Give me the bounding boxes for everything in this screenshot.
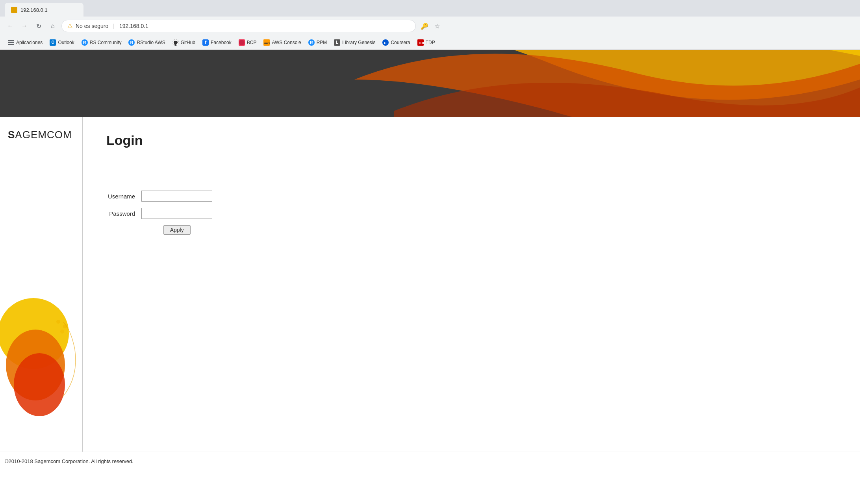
url-separator: | xyxy=(113,23,115,29)
library-genesis-icon: L xyxy=(334,39,340,46)
password-row: Password xyxy=(106,205,214,222)
outlook-icon: O xyxy=(50,39,56,46)
forward-button[interactable]: → xyxy=(19,20,30,32)
banner xyxy=(0,50,860,117)
svg-point-9 xyxy=(239,40,245,45)
svg-rect-7 xyxy=(10,44,12,45)
reload-button[interactable]: ↻ xyxy=(33,20,44,32)
username-input[interactable] xyxy=(141,191,212,202)
username-label: Username xyxy=(106,187,140,205)
bookmark-rs-community-label: RS Community xyxy=(90,40,122,45)
aws-console-icon: aws xyxy=(263,39,270,46)
bcp-icon xyxy=(239,39,245,46)
apply-button[interactable]: Apply xyxy=(163,225,191,235)
bookmark-facebook[interactable]: f Facebook xyxy=(199,38,235,47)
password-label: Password xyxy=(106,205,140,222)
security-warning-icon: ⚠ xyxy=(67,22,72,30)
bookmark-rstudio-aws-label: RStudio AWS xyxy=(137,40,165,45)
bookmark-facebook-label: Facebook xyxy=(211,40,232,45)
sagemcom-logo-text: Sagemcom xyxy=(8,129,72,141)
page-content: Sagemcom xyxy=(0,50,860,471)
star-icon[interactable]: ☆ xyxy=(432,20,443,32)
sagemcom-logo: Sagemcom xyxy=(8,129,74,141)
rs-community-icon: R xyxy=(82,39,88,46)
svg-text:aws: aws xyxy=(264,41,270,45)
coursera-icon: C xyxy=(382,39,389,46)
key-icon[interactable]: 🔑 xyxy=(419,20,430,32)
sidebar-brand-illustration xyxy=(0,278,83,428)
main-layout: Sagemcom xyxy=(0,117,860,452)
bookmark-tdp[interactable]: TDP TDP xyxy=(414,38,438,47)
svg-rect-3 xyxy=(8,42,10,43)
bookmark-outlook-label: Outlook xyxy=(58,40,74,45)
svg-rect-8 xyxy=(12,44,14,45)
bookmarks-bar: Aplicaciones O Outlook R RS Community R … xyxy=(0,35,860,50)
svg-rect-2 xyxy=(12,40,14,41)
browser-chrome: 192.168.0.1 ← → ↻ ⌂ ⚠ No es seguro | 192… xyxy=(0,0,860,50)
address-bar-row: ← → ↻ ⌂ ⚠ No es seguro | 192.168.0.1 🔑 ☆ xyxy=(0,17,860,35)
apply-row: Apply xyxy=(106,222,214,238)
username-row: Username xyxy=(106,187,214,205)
bookmark-coursera[interactable]: C Coursera xyxy=(379,38,413,47)
apps-grid-icon xyxy=(8,39,14,46)
bookmark-github[interactable]: GitHub xyxy=(169,38,198,47)
bookmark-rstudio-aws[interactable]: R RStudio AWS xyxy=(125,38,168,47)
svg-rect-5 xyxy=(12,42,14,43)
address-bar[interactable]: ⚠ No es seguro | 192.168.0.1 xyxy=(61,20,416,32)
tab-title: 192.168.0.1 xyxy=(20,7,48,13)
bookmark-github-label: GitHub xyxy=(181,40,195,45)
bookmark-aplicaciones-label: Aplicaciones xyxy=(16,40,43,45)
svg-point-25 xyxy=(14,353,65,416)
bookmark-outlook[interactable]: O Outlook xyxy=(46,38,77,47)
browser-action-buttons: 🔑 ☆ xyxy=(419,20,443,32)
bookmark-library-genesis-label: Library Genesis xyxy=(342,40,375,45)
rstudio-aws-icon: R xyxy=(128,39,135,46)
content-area: Login Username Password xyxy=(83,117,860,452)
back-button[interactable]: ← xyxy=(5,20,16,32)
bookmark-library-genesis[interactable]: L Library Genesis xyxy=(331,38,378,47)
home-button[interactable]: ⌂ xyxy=(47,20,58,32)
rpm-icon: R xyxy=(308,39,315,46)
active-tab[interactable]: 192.168.0.1 xyxy=(5,3,83,17)
bookmark-rs-community[interactable]: R RS Community xyxy=(78,38,125,47)
password-input[interactable] xyxy=(141,208,212,219)
bookmark-bcp-label: BCP xyxy=(247,40,257,45)
svg-rect-0 xyxy=(8,40,10,41)
footer-text: ©2010-2018 Sagemcom Corporation. All rig… xyxy=(5,458,133,464)
facebook-icon: f xyxy=(202,39,209,46)
bookmark-rpm-label: RPM xyxy=(317,40,327,45)
page-footer: ©2010-2018 Sagemcom Corporation. All rig… xyxy=(0,452,860,471)
github-icon xyxy=(172,39,179,46)
svg-text:TDP: TDP xyxy=(418,41,424,45)
bookmark-aws-console-label: AWS Console xyxy=(272,40,301,45)
svg-text:C: C xyxy=(384,41,387,45)
sidebar: Sagemcom xyxy=(0,117,83,452)
svg-rect-6 xyxy=(8,44,10,45)
security-warning-text: No es seguro xyxy=(76,23,108,29)
tab-bar: 192.168.0.1 xyxy=(0,0,860,17)
url-text: 192.168.0.1 xyxy=(119,23,148,29)
bookmark-bcp[interactable]: BCP xyxy=(235,38,260,47)
bookmark-rpm[interactable]: R RPM xyxy=(305,38,330,47)
tab-favicon xyxy=(11,7,17,13)
bookmark-coursera-label: Coursera xyxy=(391,40,410,45)
login-title: Login xyxy=(106,133,836,148)
bookmark-tdp-label: TDP xyxy=(426,40,435,45)
tdp-icon: TDP xyxy=(417,39,424,46)
svg-rect-1 xyxy=(10,40,12,41)
bookmark-aplicaciones[interactable]: Aplicaciones xyxy=(5,38,46,47)
bookmark-aws-console[interactable]: aws AWS Console xyxy=(260,38,304,47)
login-form: Username Password Apply xyxy=(106,187,214,238)
svg-rect-4 xyxy=(10,42,12,43)
